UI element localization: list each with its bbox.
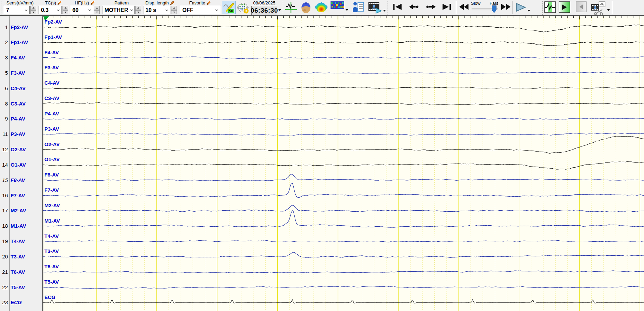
channel-number: 11 — [0, 131, 8, 137]
pattern-combobox[interactable]: MOTHER — [102, 6, 135, 14]
montage-setup-button[interactable] — [236, 1, 250, 14]
edit-pencil-icon[interactable] — [207, 1, 211, 5]
separator — [350, 1, 350, 15]
eeg-trace — [43, 102, 644, 105]
head-map-button[interactable] — [300, 1, 311, 14]
channel-row[interactable]: 9P4-AV — [0, 115, 42, 122]
channel-row[interactable]: 12O2-AV — [0, 146, 42, 153]
edit-pencil-icon[interactable] — [170, 1, 174, 5]
channel-label: T6-AV — [11, 269, 25, 275]
fast-forward-button[interactable] — [501, 3, 510, 10]
skip-end-button[interactable] — [442, 3, 451, 10]
play-backward-mode-button[interactable] — [576, 1, 587, 12]
speed-slider[interactable]: Slow Fast — [470, 0, 500, 14]
channel-number: 20 — [0, 254, 8, 259]
spin-up-icon[interactable] — [30, 6, 36, 10]
channel-label: T3-AV — [11, 254, 25, 259]
eeg-traces-canvas[interactable] — [43, 16, 644, 311]
spin-down-icon[interactable] — [135, 10, 141, 14]
channel-row[interactable]: 17M2-AV — [0, 207, 42, 214]
spin-down-icon[interactable] — [62, 10, 68, 14]
channel-number: 2 — [0, 39, 8, 45]
play-dropdown-arrow[interactable] — [528, 10, 530, 13]
hf-combobox[interactable]: 60 — [70, 6, 93, 14]
time-display[interactable]: 06:36:30 — [251, 6, 277, 15]
wave-review-mode-button[interactable] — [544, 1, 556, 13]
video-review-button[interactable] — [368, 1, 382, 14]
topo-map-button[interactable] — [315, 1, 328, 13]
slider-thumb[interactable] — [492, 5, 496, 14]
favorite-value: OFF — [182, 7, 193, 13]
spin-up-icon[interactable] — [135, 6, 141, 10]
video-clip-button[interactable] — [591, 1, 606, 15]
step-forward-button[interactable] — [425, 3, 436, 10]
spin-up-icon[interactable] — [94, 6, 100, 10]
channel-label: M2-AV — [11, 208, 26, 213]
channel-row[interactable]: 11P3-AV — [0, 131, 42, 138]
dsa-button[interactable] — [331, 1, 344, 9]
tc-combobox[interactable]: 0.3 — [39, 6, 62, 14]
disp-length-combobox[interactable]: 10 s — [143, 6, 170, 14]
channel-label: O2-AV — [11, 146, 26, 152]
channel-row[interactable]: 16F7-AV — [0, 192, 42, 199]
channel-row[interactable]: 23ECG — [0, 299, 42, 306]
hf-stepper[interactable] — [94, 6, 100, 14]
channel-row[interactable]: 21T6-AV — [0, 268, 42, 275]
eeg-trace — [43, 252, 644, 257]
play-button[interactable] — [515, 3, 526, 12]
channel-row[interactable]: 6C4-AV — [0, 85, 42, 91]
clip-dropdown-arrow[interactable] — [607, 9, 610, 12]
channel-label: Fp2-AV — [11, 24, 28, 30]
channel-row[interactable]: 5F3-AV — [0, 69, 42, 76]
spin-down-icon[interactable] — [171, 10, 177, 14]
waveform-cursor-button[interactable] — [285, 1, 297, 14]
wave-review-icon — [544, 1, 556, 13]
patient-info-button[interactable] — [352, 1, 364, 13]
skip-start-icon — [393, 3, 402, 10]
sens-combobox[interactable]: 7 — [4, 6, 30, 14]
channel-row[interactable]: 2Fp1-AV — [0, 39, 42, 46]
pattern-stepper[interactable] — [135, 6, 141, 14]
channel-row[interactable]: 14O1-AV — [0, 161, 42, 168]
waveform-area[interactable]: Fp2-AVFp1-AVF4-AVF3-AVC4-AVC3-AVP4-AVP3-… — [43, 16, 644, 311]
edit-pencil-icon[interactable] — [90, 1, 95, 5]
video-dropdown-arrow[interactable] — [383, 10, 386, 13]
channel-label: F4-AV — [11, 55, 25, 60]
eeg-trace — [43, 87, 644, 89]
channel-number: 6 — [0, 85, 8, 91]
channel-row[interactable]: 18M1-AV — [0, 223, 42, 229]
sens-stepper[interactable] — [30, 6, 36, 14]
skip-start-button[interactable] — [393, 3, 402, 10]
skip-end-icon — [442, 3, 451, 10]
channel-label: C4-AV — [11, 85, 26, 91]
time-dropdown-arrow[interactable] — [278, 9, 281, 12]
channel-row[interactable]: 8C3-AV — [0, 100, 42, 107]
play-forward-mode-button[interactable] — [559, 1, 570, 13]
trace-label: ECG — [44, 294, 56, 300]
spin-up-icon[interactable] — [62, 6, 68, 10]
eeg-trace — [43, 271, 644, 273]
channel-label: C3-AV — [11, 101, 26, 107]
channel-row[interactable]: 22T5-AV — [0, 284, 42, 291]
spin-down-icon[interactable] — [94, 10, 100, 14]
disp-length-stepper[interactable] — [171, 6, 177, 14]
tc-stepper[interactable] — [62, 6, 68, 14]
step-back-button[interactable] — [409, 3, 419, 10]
spin-down-icon[interactable] — [30, 10, 36, 14]
eeg-trace — [43, 41, 644, 46]
channel-row[interactable]: 15F8-AV — [0, 176, 42, 183]
notch-filter-50-button[interactable]: 50 — [222, 1, 236, 14]
chevron-down-icon — [165, 9, 168, 11]
map-dropdown-arrow[interactable] — [346, 9, 348, 12]
toolbar-grip[interactable] — [1, 1, 1, 15]
channel-row[interactable]: 20T3-AV — [0, 253, 42, 260]
spin-up-icon[interactable] — [171, 6, 177, 10]
edit-pencil-icon[interactable] — [57, 1, 62, 5]
favorite-combobox[interactable]: OFF — [180, 6, 220, 14]
eeg-trace — [43, 286, 644, 289]
rewind-button[interactable] — [459, 3, 469, 10]
play-icon — [515, 3, 526, 12]
channel-row[interactable]: 1Fp2-AV — [0, 24, 42, 30]
channel-row[interactable]: 19T4-AV — [0, 238, 42, 245]
channel-row[interactable]: 3F4-AV — [0, 54, 42, 61]
